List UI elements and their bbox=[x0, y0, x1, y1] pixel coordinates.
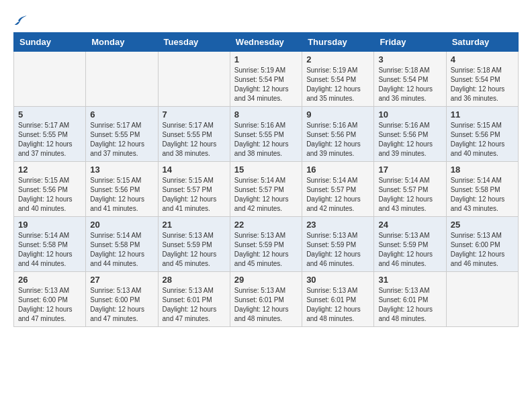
day-info: Sunrise: 5:13 AM Sunset: 5:59 PM Dayligh… bbox=[234, 231, 298, 269]
calendar-cell: 12Sunrise: 5:15 AM Sunset: 5:56 PM Dayli… bbox=[14, 162, 86, 217]
calendar-cell: 24Sunrise: 5:13 AM Sunset: 5:59 PM Dayli… bbox=[374, 217, 446, 272]
header-row: SundayMondayTuesdayWednesdayThursdayFrid… bbox=[14, 33, 519, 52]
day-info: Sunrise: 5:13 AM Sunset: 6:00 PM Dayligh… bbox=[90, 286, 153, 324]
calendar-body: 1Sunrise: 5:19 AM Sunset: 5:54 PM Daylig… bbox=[14, 52, 519, 327]
day-info: Sunrise: 5:13 AM Sunset: 6:00 PM Dayligh… bbox=[18, 286, 81, 324]
day-info: Sunrise: 5:13 AM Sunset: 6:00 PM Dayligh… bbox=[451, 231, 514, 269]
calendar-header: SundayMondayTuesdayWednesdayThursdayFrid… bbox=[14, 33, 519, 52]
day-number: 7 bbox=[163, 109, 226, 120]
day-number: 10 bbox=[378, 109, 441, 120]
day-info: Sunrise: 5:14 AM Sunset: 5:57 PM Dayligh… bbox=[378, 176, 441, 214]
day-info: Sunrise: 5:13 AM Sunset: 6:01 PM Dayligh… bbox=[306, 286, 369, 324]
day-number: 17 bbox=[378, 165, 441, 175]
day-number: 9 bbox=[306, 109, 369, 120]
calendar-cell bbox=[86, 52, 158, 107]
week-row-1: 1Sunrise: 5:19 AM Sunset: 5:54 PM Daylig… bbox=[14, 52, 519, 107]
calendar-cell: 20Sunrise: 5:14 AM Sunset: 5:58 PM Dayli… bbox=[86, 217, 158, 272]
day-info: Sunrise: 5:14 AM Sunset: 5:57 PM Dayligh… bbox=[234, 176, 298, 214]
day-info: Sunrise: 5:14 AM Sunset: 5:58 PM Dayligh… bbox=[18, 231, 81, 269]
calendar-cell: 9Sunrise: 5:16 AM Sunset: 5:56 PM Daylig… bbox=[302, 107, 374, 162]
day-info: Sunrise: 5:16 AM Sunset: 5:55 PM Dayligh… bbox=[234, 121, 298, 158]
day-number: 5 bbox=[18, 109, 81, 120]
calendar-cell: 6Sunrise: 5:17 AM Sunset: 5:55 PM Daylig… bbox=[86, 107, 158, 162]
header-wednesday: Wednesday bbox=[230, 33, 302, 52]
day-number: 18 bbox=[451, 165, 514, 175]
day-info: Sunrise: 5:13 AM Sunset: 5:59 PM Dayligh… bbox=[306, 231, 369, 269]
calendar-table: SundayMondayTuesdayWednesdayThursdayFrid… bbox=[13, 32, 519, 327]
day-info: Sunrise: 5:14 AM Sunset: 5:58 PM Dayligh… bbox=[451, 176, 514, 214]
calendar-cell: 18Sunrise: 5:14 AM Sunset: 5:58 PM Dayli… bbox=[446, 162, 518, 217]
day-info: Sunrise: 5:19 AM Sunset: 5:54 PM Dayligh… bbox=[234, 66, 298, 103]
calendar-cell bbox=[158, 52, 230, 107]
day-number: 27 bbox=[90, 275, 153, 285]
day-number: 3 bbox=[378, 54, 441, 64]
calendar-cell: 26Sunrise: 5:13 AM Sunset: 6:00 PM Dayli… bbox=[14, 272, 86, 327]
week-row-4: 19Sunrise: 5:14 AM Sunset: 5:58 PM Dayli… bbox=[14, 217, 519, 272]
day-number: 25 bbox=[451, 220, 514, 230]
day-info: Sunrise: 5:13 AM Sunset: 6:01 PM Dayligh… bbox=[378, 286, 441, 324]
day-info: Sunrise: 5:17 AM Sunset: 5:55 PM Dayligh… bbox=[90, 121, 153, 158]
calendar-cell: 21Sunrise: 5:13 AM Sunset: 5:59 PM Dayli… bbox=[158, 217, 230, 272]
calendar-cell: 4Sunrise: 5:18 AM Sunset: 5:54 PM Daylig… bbox=[446, 52, 518, 107]
day-number: 21 bbox=[163, 220, 226, 230]
day-info: Sunrise: 5:19 AM Sunset: 5:54 PM Dayligh… bbox=[306, 66, 369, 103]
day-number: 23 bbox=[306, 220, 369, 230]
day-number: 31 bbox=[378, 275, 441, 285]
calendar-cell: 8Sunrise: 5:16 AM Sunset: 5:55 PM Daylig… bbox=[230, 107, 302, 162]
day-info: Sunrise: 5:14 AM Sunset: 5:57 PM Dayligh… bbox=[306, 176, 369, 214]
header-tuesday: Tuesday bbox=[158, 33, 230, 52]
calendar-cell: 13Sunrise: 5:15 AM Sunset: 5:56 PM Dayli… bbox=[86, 162, 158, 217]
calendar-cell: 23Sunrise: 5:13 AM Sunset: 5:59 PM Dayli… bbox=[302, 217, 374, 272]
calendar-cell: 31Sunrise: 5:13 AM Sunset: 6:01 PM Dayli… bbox=[374, 272, 446, 327]
calendar-cell: 27Sunrise: 5:13 AM Sunset: 6:00 PM Dayli… bbox=[86, 272, 158, 327]
header-thursday: Thursday bbox=[302, 33, 374, 52]
day-info: Sunrise: 5:14 AM Sunset: 5:58 PM Dayligh… bbox=[90, 231, 153, 269]
calendar-cell: 1Sunrise: 5:19 AM Sunset: 5:54 PM Daylig… bbox=[230, 52, 302, 107]
day-number: 22 bbox=[234, 220, 298, 230]
day-number: 30 bbox=[306, 275, 369, 285]
calendar-cell: 11Sunrise: 5:15 AM Sunset: 5:56 PM Dayli… bbox=[446, 107, 518, 162]
calendar-cell: 15Sunrise: 5:14 AM Sunset: 5:57 PM Dayli… bbox=[230, 162, 302, 217]
header-friday: Friday bbox=[374, 33, 446, 52]
day-info: Sunrise: 5:16 AM Sunset: 5:56 PM Dayligh… bbox=[378, 121, 441, 158]
day-number: 1 bbox=[234, 54, 298, 64]
week-row-3: 12Sunrise: 5:15 AM Sunset: 5:56 PM Dayli… bbox=[14, 162, 519, 217]
day-info: Sunrise: 5:17 AM Sunset: 5:55 PM Dayligh… bbox=[18, 121, 81, 158]
day-number: 29 bbox=[234, 275, 298, 285]
day-number: 26 bbox=[18, 275, 81, 285]
page-header bbox=[13, 13, 519, 27]
day-number: 16 bbox=[306, 165, 369, 175]
day-number: 15 bbox=[234, 165, 298, 175]
calendar-cell: 14Sunrise: 5:15 AM Sunset: 5:57 PM Dayli… bbox=[158, 162, 230, 217]
calendar-cell: 3Sunrise: 5:18 AM Sunset: 5:54 PM Daylig… bbox=[374, 52, 446, 107]
day-info: Sunrise: 5:15 AM Sunset: 5:56 PM Dayligh… bbox=[451, 121, 514, 158]
day-info: Sunrise: 5:15 AM Sunset: 5:56 PM Dayligh… bbox=[18, 176, 81, 214]
day-info: Sunrise: 5:16 AM Sunset: 5:56 PM Dayligh… bbox=[306, 121, 369, 158]
logo-bird-icon bbox=[15, 13, 28, 27]
day-info: Sunrise: 5:13 AM Sunset: 6:01 PM Dayligh… bbox=[163, 286, 226, 324]
calendar-cell: 28Sunrise: 5:13 AM Sunset: 6:01 PM Dayli… bbox=[158, 272, 230, 327]
calendar-cell: 25Sunrise: 5:13 AM Sunset: 6:00 PM Dayli… bbox=[446, 217, 518, 272]
calendar-cell: 22Sunrise: 5:13 AM Sunset: 5:59 PM Dayli… bbox=[230, 217, 302, 272]
day-number: 12 bbox=[18, 165, 81, 175]
day-number: 20 bbox=[90, 220, 153, 230]
day-info: Sunrise: 5:13 AM Sunset: 5:59 PM Dayligh… bbox=[163, 231, 226, 269]
day-number: 28 bbox=[163, 275, 226, 285]
calendar-cell bbox=[14, 52, 86, 107]
calendar-cell bbox=[446, 272, 518, 327]
calendar-cell: 2Sunrise: 5:19 AM Sunset: 5:54 PM Daylig… bbox=[302, 52, 374, 107]
day-info: Sunrise: 5:13 AM Sunset: 5:59 PM Dayligh… bbox=[378, 231, 441, 269]
day-number: 2 bbox=[306, 54, 369, 64]
calendar-cell: 30Sunrise: 5:13 AM Sunset: 6:01 PM Dayli… bbox=[302, 272, 374, 327]
day-number: 24 bbox=[378, 220, 441, 230]
header-sunday: Sunday bbox=[14, 33, 86, 52]
day-number: 14 bbox=[163, 165, 226, 175]
calendar-cell: 16Sunrise: 5:14 AM Sunset: 5:57 PM Dayli… bbox=[302, 162, 374, 217]
day-number: 19 bbox=[18, 220, 81, 230]
day-info: Sunrise: 5:15 AM Sunset: 5:56 PM Dayligh… bbox=[90, 176, 153, 214]
header-saturday: Saturday bbox=[446, 33, 518, 52]
day-info: Sunrise: 5:18 AM Sunset: 5:54 PM Dayligh… bbox=[378, 66, 441, 103]
week-row-2: 5Sunrise: 5:17 AM Sunset: 5:55 PM Daylig… bbox=[14, 107, 519, 162]
day-info: Sunrise: 5:13 AM Sunset: 6:01 PM Dayligh… bbox=[234, 286, 298, 324]
day-number: 13 bbox=[90, 165, 153, 175]
